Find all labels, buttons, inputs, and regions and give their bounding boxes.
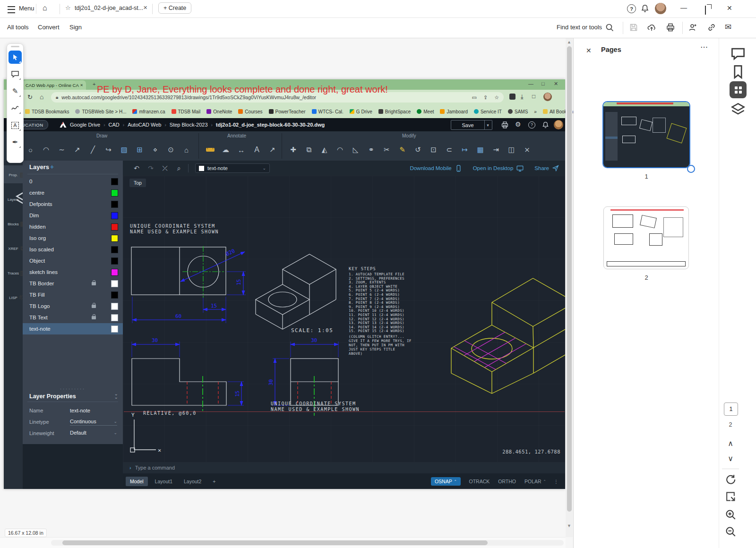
browser-tab-close-icon[interactable]: ✕ <box>80 83 83 87</box>
search-icon[interactable] <box>605 23 614 32</box>
download-icon[interactable]: ⤓ <box>521 93 524 101</box>
layer-row[interactable]: 0 <box>23 176 123 187</box>
user-avatar[interactable] <box>655 3 666 14</box>
next-page-icon[interactable]: ∨ <box>724 452 737 464</box>
drawing-canvas[interactable]: Top UNIQUE COORDINATE SYSTEM NAME USED &… <box>123 176 565 462</box>
break-tool-icon[interactable]: ⨯ <box>519 142 535 158</box>
polar-toggle[interactable]: POLAR⌃ <box>524 479 546 484</box>
layer-color-swatch[interactable] <box>111 314 118 321</box>
save-icon[interactable] <box>629 23 638 32</box>
draw-tool-button[interactable] <box>9 102 22 115</box>
collapse-chevron-icon[interactable]: ⌄⌄ <box>114 392 118 399</box>
layers-panel-icon[interactable] <box>730 101 747 118</box>
layer-row[interactable]: Dim <box>23 210 123 221</box>
stretch-tool-icon[interactable]: ↦ <box>457 142 472 158</box>
previous-page-icon[interactable]: ∧ <box>724 437 737 449</box>
mirror-tool-icon[interactable]: ◭ <box>317 142 332 158</box>
lock-icon[interactable] <box>92 282 96 285</box>
page-thumbnail-1[interactable] <box>602 101 690 168</box>
fit-page-icon[interactable] <box>724 490 737 503</box>
current-page-field[interactable]: 1 <box>724 402 738 416</box>
spline-tool-icon[interactable]: ∼ <box>54 142 69 158</box>
zoom-window-icon[interactable]: ⌕ <box>172 164 186 172</box>
erase-tool-icon[interactable]: ✎ <box>395 142 410 158</box>
layer-row[interactable]: sketch lines <box>23 266 123 278</box>
copy-tool-icon[interactable]: ⧉ <box>301 142 317 158</box>
move-tool-icon[interactable]: ✚ <box>285 142 301 158</box>
bookmarks-panel-icon[interactable] <box>730 63 747 80</box>
review-annotation-text[interactable]: PE by D, Jane, Everything looks complete… <box>97 84 456 95</box>
rail-blocks-tab[interactable]: ▦Blocks <box>4 214 23 232</box>
reload-icon[interactable]: ↻ <box>27 94 33 101</box>
offset-tool-icon[interactable]: ⊂ <box>441 142 457 158</box>
layer-color-swatch[interactable] <box>111 269 118 276</box>
panel-options-icon[interactable]: ⋯ <box>700 43 709 51</box>
layer-color-swatch[interactable] <box>111 246 118 253</box>
tab-close-icon[interactable]: ✕ <box>143 5 147 11</box>
layer-row[interactable]: TB Border <box>23 278 123 289</box>
bookmark-item[interactable]: TDSB Mail <box>172 109 201 114</box>
scroll-down-icon[interactable]: ▼ <box>567 523 571 528</box>
lineweight-dropdown[interactable]: Default⌄ <box>70 430 117 437</box>
extensions-puzzle-icon[interactable] <box>509 94 515 100</box>
bookmark-item[interactable]: BrightSpace <box>378 109 411 114</box>
trim-tool-icon[interactable]: ✂ <box>379 142 395 158</box>
scale-tool-icon[interactable]: ⊡ <box>426 142 441 158</box>
layer-color-swatch[interactable] <box>111 291 118 299</box>
menu-label[interactable]: Menu <box>19 5 34 12</box>
current-layer-dropdown[interactable]: text-note ⌄ <box>195 163 270 173</box>
chamfer-tool-icon[interactable]: ◺ <box>348 142 363 158</box>
scroll-up-icon[interactable]: ▲ <box>567 40 571 44</box>
layer-color-swatch[interactable] <box>111 189 118 197</box>
lock-icon[interactable] <box>92 316 96 319</box>
help-icon[interactable]: ? <box>528 121 535 128</box>
zoom-in-icon[interactable] <box>724 508 737 521</box>
redo-icon[interactable]: ↷ <box>144 164 158 172</box>
layout1-tab[interactable]: Layout1 <box>151 477 177 486</box>
undo-icon[interactable]: ↶ <box>129 164 144 172</box>
share-link[interactable]: Share <box>534 164 559 172</box>
layer-row[interactable]: TB Logo <box>23 300 123 312</box>
bookmark-item[interactable]: OneNote <box>206 109 232 114</box>
save-button[interactable]: Save <box>451 120 485 130</box>
bookmark-item[interactable]: SAMS <box>508 109 528 114</box>
browser-close-icon[interactable]: ✕ <box>554 81 558 87</box>
leader-tool-icon[interactable]: ↗ <box>265 142 280 158</box>
measure-tool-icon[interactable]: ⋄ <box>147 142 163 158</box>
close-panel-icon[interactable]: ✕ <box>586 47 592 54</box>
email-icon[interactable]: ✉ <box>725 22 731 32</box>
text-tool-icon[interactable]: A <box>249 142 265 158</box>
download-mobile-link[interactable]: Download Mobile <box>410 164 462 172</box>
rail-traces-tab[interactable]: ▥Traces <box>4 264 23 282</box>
array-tool-icon[interactable]: ⚭ <box>363 142 379 158</box>
reading-mode-icon[interactable]: ▭ <box>472 94 477 101</box>
horizontal-scroll-thumb[interactable] <box>62 540 488 545</box>
rail-lisp-tab[interactable]: f(x)LISP <box>4 288 23 306</box>
bookmark-item[interactable]: TDSBWeb Site > H... <box>75 109 126 114</box>
bookmark-item[interactable]: Jamboard <box>440 109 467 114</box>
layer-color-swatch[interactable] <box>111 223 118 231</box>
model-tab[interactable]: Model <box>126 477 148 486</box>
ortho-toggle[interactable]: ORTHO <box>498 479 516 484</box>
panel-resize-handle[interactable]: ········· <box>23 386 123 391</box>
browser-minimize-icon[interactable]: — <box>528 81 533 86</box>
status-overflow-icon[interactable]: ⋮ <box>554 479 559 484</box>
browser-tab[interactable]: CAD Web App - Online CA ✕ <box>23 80 86 90</box>
print-icon[interactable] <box>501 121 509 129</box>
new-tab-icon[interactable]: + <box>93 81 95 87</box>
layer-row[interactable]: Defpoints <box>23 198 123 210</box>
rotate-page-icon[interactable] <box>724 473 737 486</box>
horizontal-scrollbar[interactable] <box>51 540 564 546</box>
notifications-bell-icon[interactable] <box>640 4 650 13</box>
request-signature-icon[interactable] <box>688 23 697 32</box>
layer-row[interactable]: centre <box>23 187 123 198</box>
bookmark-item[interactable]: Courses <box>238 109 262 114</box>
circle-tool-icon[interactable]: ○ <box>23 142 38 158</box>
vertical-scroll-thumb[interactable] <box>567 46 572 512</box>
layer-color-swatch[interactable] <box>111 201 118 208</box>
bookmark-item[interactable]: Service IT <box>474 109 502 114</box>
ray-tool-icon[interactable]: ↗ <box>69 142 85 158</box>
page-thumbnail-2[interactable] <box>603 206 689 269</box>
cloud-upload-icon[interactable] <box>647 23 656 32</box>
share-page-icon[interactable]: ⇪ <box>483 94 488 101</box>
